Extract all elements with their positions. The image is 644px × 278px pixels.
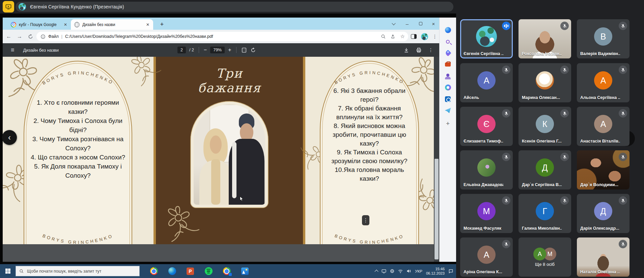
telegram-icon[interactable] — [444, 106, 452, 115]
participant-tile[interactable]: Марина Олексан... — [519, 63, 571, 102]
pdf-more-icon[interactable]: ⋮ — [428, 49, 433, 51]
avatar: Г — [536, 202, 554, 220]
mic-off-icon — [560, 22, 569, 30]
reload-icon[interactable] — [26, 32, 35, 41]
mic-off-icon — [619, 153, 627, 161]
start-button[interactable] — [0, 264, 16, 278]
participant-tile[interactable]: Наталія Олегівна ... — [577, 237, 629, 277]
mic-off-icon — [502, 240, 510, 248]
participant-tile[interactable]: ВВалерія Вадимівн... — [577, 19, 629, 58]
shopping-icon[interactable] — [444, 49, 452, 57]
taskbar-app-chrome-meet[interactable] — [220, 264, 233, 278]
slide-title: Три бажання — [185, 66, 274, 95]
tab-close-icon[interactable]: ✕ — [63, 22, 68, 27]
taskbar-app-photos[interactable] — [238, 264, 252, 278]
taskbar-app-edge[interactable] — [165, 264, 179, 278]
taskbar-app-powerpoint[interactable]: P — [184, 264, 197, 278]
participant-tile[interactable]: ММохамед Фасуляк — [460, 194, 513, 233]
participant-name: Ксенія Олегівна Г... — [522, 139, 562, 144]
url-field[interactable]: Файл | C:/Users/User/Downloads/Telegram%… — [36, 32, 408, 41]
participant-tile[interactable]: ААльона Сергіївна ... — [577, 63, 629, 102]
download-icon[interactable] — [403, 47, 409, 53]
participant-tile[interactable]: Роксолана Ігорівн... — [519, 19, 571, 58]
screen-share-icon[interactable] — [3, 1, 14, 12]
participant-tile[interactable]: ААнастасія Віталіїв... — [577, 107, 629, 146]
taskbar-clock[interactable]: 15:46 06.12.2023 — [426, 267, 445, 276]
tools-icon[interactable] — [444, 60, 452, 69]
presentation-title-pill: Євгенія Сергіївна Кунденко (Презентація) — [16, 2, 453, 12]
minimize-button[interactable]: – — [401, 18, 414, 30]
maximize-button[interactable] — [414, 18, 427, 30]
participant-tile[interactable]: ККсенія Олегівна Г... — [519, 107, 571, 146]
participant-tile[interactable]: Ельвіна Джавадова — [460, 150, 513, 189]
close-window-button[interactable]: × — [427, 18, 440, 30]
slide-photo — [194, 104, 265, 205]
tab-google-search[interactable]: кубг - Пошук Google ✕ — [7, 19, 71, 30]
pdf-viewport: BORYS GRINCHENKO BORYS GRINCHENKO 1. Хто… — [3, 57, 439, 262]
rotate-icon[interactable] — [250, 47, 256, 53]
participant-tile[interactable]: ДДарія Олександр... — [577, 194, 629, 233]
question-item: 3. Чому Тимоха розгнівався на Солоху? — [29, 134, 127, 153]
browser-address-bar: ← → Файл | C:/Users/User/Downloads/Teleg… — [3, 30, 439, 43]
participant-name: Євгенія Сергіївна ... — [464, 51, 503, 56]
participant-tile[interactable]: ГГалина Миколаївн... — [519, 194, 571, 233]
participant-tile[interactable]: АМЩе 8 осіб — [519, 237, 571, 277]
volume-icon[interactable] — [407, 269, 411, 273]
mic-off-icon — [619, 66, 627, 74]
audio-indicator — [502, 22, 510, 30]
presenter-name: Євгенія Сергіївна Кунденко (Презентація) — [30, 4, 124, 9]
wifi-icon[interactable] — [398, 269, 403, 273]
share-options-icon[interactable]: ⋮ — [362, 215, 369, 225]
display-icon[interactable] — [382, 269, 386, 273]
side-panel-icon[interactable] — [411, 34, 417, 39]
scrollbar-thumb[interactable] — [435, 159, 439, 259]
participant-tile[interactable]: ДДар`я Сергіївна В... — [519, 150, 571, 189]
participant-tile[interactable]: ЄЄлизавета Тимоф... — [460, 107, 513, 146]
info-icon[interactable] — [40, 34, 46, 39]
mic-off-icon — [619, 240, 627, 248]
outlook-icon[interactable] — [444, 95, 452, 103]
page-number-field[interactable]: 2 — [177, 47, 186, 53]
participant-tile[interactable]: Євгенія Сергіївна ... — [460, 19, 513, 58]
profile-avatar[interactable] — [421, 33, 428, 40]
participant-tile[interactable]: ААріна Олегівна К... — [460, 237, 513, 277]
language-indicator[interactable]: УКР — [415, 269, 422, 273]
bookmark-star-icon[interactable]: ☆ — [400, 33, 405, 40]
previous-tiles-button[interactable]: ‹ — [2, 130, 17, 145]
participant-name: Айсель — [464, 95, 503, 100]
participant-tile[interactable]: Дар`я Володими... — [577, 150, 629, 189]
fit-page-icon[interactable] — [241, 47, 247, 53]
participant-name: Валерія Вадимівн... — [580, 51, 620, 56]
taskbar-app-chrome[interactable] — [147, 264, 161, 278]
notification-icon[interactable] — [448, 269, 453, 274]
search-icon[interactable] — [444, 37, 452, 46]
taskbar-search-input[interactable]: Щоби почати пошук, введіть запит тут — [16, 266, 140, 276]
back-icon[interactable]: ← — [4, 32, 13, 41]
taskbar-app-spotify[interactable] — [202, 264, 215, 278]
pdf-menu-icon[interactable]: ≡ — [11, 47, 15, 54]
tab-search-chevron-icon[interactable] — [387, 18, 400, 30]
zoom-icon[interactable] — [381, 34, 386, 39]
zoom-out-button[interactable]: − — [204, 47, 207, 53]
games-icon[interactable] — [444, 83, 452, 92]
network-icon[interactable] — [390, 269, 394, 273]
tab-close-icon[interactable]: ✕ — [145, 22, 150, 27]
new-tab-button[interactable]: + — [158, 20, 166, 28]
browser-menu-icon[interactable]: ⋮ — [432, 36, 437, 37]
print-icon[interactable] — [416, 47, 422, 53]
mic-off-icon — [560, 109, 569, 118]
meet-top-bar: Євгенія Сергіївна Кунденко (Презентація) — [0, 0, 644, 14]
forward-icon[interactable]: → — [15, 32, 24, 41]
participant-name: Ельвіна Джавадова — [464, 182, 503, 187]
tab-label: кубг - Пошук Google — [19, 22, 63, 27]
pdf-scrollbar[interactable] — [434, 57, 439, 262]
zoom-in-button[interactable]: + — [228, 47, 231, 53]
share-icon[interactable] — [391, 34, 396, 39]
people-icon[interactable] — [444, 72, 452, 80]
copilot-icon[interactable] — [444, 26, 452, 34]
zoom-level-field[interactable]: 79% — [210, 47, 225, 53]
tray-expand-icon[interactable] — [375, 270, 379, 273]
tab-pdf-document[interactable]: Дизайн без назви ✕ — [71, 19, 153, 30]
add-icon[interactable]: + — [444, 119, 452, 128]
participant-tile[interactable]: ААйсель — [460, 63, 513, 102]
